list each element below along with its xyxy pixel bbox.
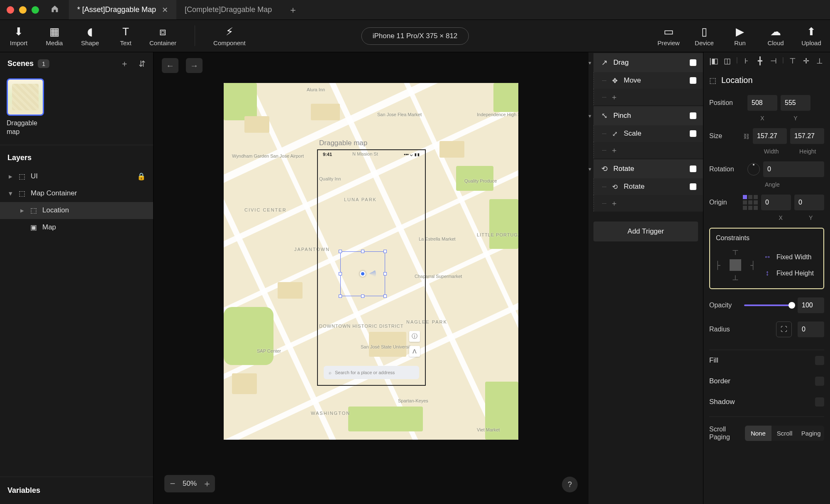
close-window-button[interactable] [7, 6, 14, 14]
width-input[interactable] [753, 128, 787, 144]
resize-handle[interactable] [383, 295, 387, 298]
interaction-trigger-drag[interactable]: ▾ ↗ Drag [593, 53, 703, 72]
map-info-button[interactable]: ⓘ [409, 331, 420, 342]
origin-y-input[interactable] [794, 195, 824, 210]
align-h-center-icon[interactable]: ◫ [723, 56, 732, 66]
radius-per-corner-button[interactable]: ⛶ [776, 321, 792, 337]
enabled-checkbox[interactable] [690, 130, 696, 137]
opacity-input[interactable] [798, 297, 824, 313]
pin-top-icon[interactable]: ┬ [733, 246, 738, 255]
scene-thumbnail[interactable]: Draggable map [7, 78, 44, 136]
pin-right-icon[interactable]: ┤ [750, 261, 756, 270]
position-x-input[interactable] [747, 95, 777, 111]
map-search-bar[interactable]: ⌕ Search for a place or address [324, 366, 419, 379]
height-input[interactable] [790, 128, 824, 144]
help-button[interactable]: ? [562, 477, 578, 492]
shadow-toggle[interactable] [815, 397, 824, 407]
home-icon[interactable] [51, 5, 59, 15]
fixed-height-toggle[interactable]: ↕ Fixed Height [763, 269, 818, 278]
fill-row[interactable]: Fill [709, 350, 824, 371]
align-middle-icon[interactable]: ✛ [801, 56, 810, 66]
rotation-input[interactable] [763, 161, 824, 177]
device-frame[interactable]: 9:41 ••• ⌵ ▮▮ [317, 149, 426, 386]
seg-scroll[interactable]: Scroll [771, 426, 798, 441]
resize-handle[interactable] [361, 295, 364, 298]
layer-row-ui[interactable]: ▸ ⬚ UI 🔒 [0, 168, 153, 185]
fixed-width-toggle[interactable]: ↔ Fixed Width [763, 253, 818, 261]
position-y-input[interactable] [781, 95, 810, 111]
device-button[interactable]: ▯ Device [692, 25, 716, 46]
layer-row-map[interactable]: ▣ Map [0, 219, 153, 236]
constraint-visualizer[interactable]: ┬ ┴ ├ ┤ [716, 248, 755, 282]
expand-icon[interactable]: ▸ [7, 172, 13, 181]
interaction-response-scale[interactable]: ⤢ Scale [593, 125, 703, 142]
component-tool[interactable]: ⚡︎ Component [213, 25, 246, 46]
rotation-wheel[interactable] [747, 163, 760, 175]
align-bottom-icon[interactable]: ⊥ [815, 56, 824, 66]
align-left-icon[interactable]: ⊦ [742, 56, 751, 66]
import-tool[interactable]: ⬇ Import [7, 25, 31, 46]
run-button[interactable]: ▶ Run [728, 25, 752, 46]
origin-x-input[interactable] [761, 195, 791, 210]
expand-icon[interactable]: ▾ [7, 189, 13, 198]
collapse-icon[interactable]: ▾ [588, 166, 591, 172]
nav-forward-button[interactable]: → [186, 58, 203, 73]
radius-input[interactable] [798, 321, 824, 337]
zoom-value[interactable]: 50% [183, 480, 197, 488]
scroll-paging-segmented[interactable]: None Scroll Paging [745, 426, 824, 441]
fill-toggle[interactable] [815, 356, 824, 365]
opacity-slider[interactable] [744, 304, 792, 306]
expand-icon[interactable]: ▸ [19, 206, 25, 215]
align-right-icon[interactable]: ⊣ [769, 56, 778, 66]
interaction-trigger-rotate[interactable]: ▾ ⟲ Rotate [593, 159, 703, 178]
enabled-checkbox[interactable] [690, 166, 696, 172]
origin-picker[interactable] [743, 195, 758, 210]
resize-handle[interactable] [383, 250, 387, 253]
resize-handle[interactable] [339, 272, 342, 275]
border-toggle[interactable] [815, 377, 824, 386]
add-trigger-button[interactable]: Add Trigger [593, 222, 698, 241]
device-selector[interactable]: iPhone 11 Pro/X 375 × 812 [361, 27, 469, 45]
slider-knob[interactable] [788, 302, 795, 309]
media-tool[interactable]: ▦ Media [42, 25, 66, 46]
unlink-icon[interactable]: ⛓ [743, 133, 749, 140]
enabled-checkbox[interactable] [690, 183, 696, 190]
zoom-in-button[interactable]: ＋ [203, 477, 211, 490]
lock-icon[interactable]: 🔒 [137, 172, 146, 181]
interaction-trigger-pinch[interactable]: ▾ ⤡ Pinch [593, 106, 703, 125]
enabled-checkbox[interactable] [690, 112, 696, 119]
upload-button[interactable]: ⬆ Upload [799, 25, 823, 46]
selection-box[interactable] [340, 251, 385, 296]
layer-row-location[interactable]: ▸ ⬚ Location [0, 202, 153, 219]
add-response-button[interactable]: ＋ [593, 89, 703, 105]
align-center-icon[interactable]: ╋ [755, 56, 764, 66]
cloud-button[interactable]: ☁ Cloud [764, 25, 788, 46]
enabled-checkbox[interactable] [690, 77, 696, 84]
text-tool[interactable]: T Text [114, 25, 138, 46]
add-tab-button[interactable]: ＋ [280, 0, 306, 19]
resize-handle[interactable] [339, 250, 342, 253]
canvas-viewport[interactable]: Alura Inn San Jose Flea Market Independe… [154, 79, 588, 504]
preview-button[interactable]: ▭ Preview [657, 25, 681, 46]
shape-tool[interactable]: ◖ Shape [78, 25, 102, 46]
scene-settings-icon[interactable]: ⇵ [139, 59, 146, 69]
collapse-icon[interactable]: ▾ [588, 60, 591, 66]
minimize-window-button[interactable] [19, 6, 27, 14]
resize-handle[interactable] [339, 295, 342, 298]
pin-left-icon[interactable]: ├ [715, 261, 720, 270]
collapse-icon[interactable]: ▾ [588, 113, 591, 119]
enabled-checkbox[interactable] [690, 59, 696, 66]
interaction-response-rotate[interactable]: ⟲ Rotate [593, 178, 703, 195]
align-h-left-icon[interactable]: |◧ [709, 56, 718, 66]
border-row[interactable]: Border [709, 371, 824, 392]
pin-bottom-icon[interactable]: ┴ [733, 275, 738, 284]
align-top-icon[interactable]: ⊤ [788, 56, 797, 66]
add-scene-icon[interactable]: ＋ [120, 58, 129, 69]
tab-complete-draggable-map[interactable]: [Complete]Draggable Map [176, 0, 280, 19]
resize-handle[interactable] [361, 250, 364, 253]
seg-none[interactable]: None [745, 426, 771, 441]
resize-handle[interactable] [383, 272, 387, 275]
close-icon[interactable]: ✕ [162, 5, 168, 15]
add-response-button[interactable]: ＋ [593, 195, 703, 212]
zoom-out-button[interactable]: − [168, 478, 177, 489]
